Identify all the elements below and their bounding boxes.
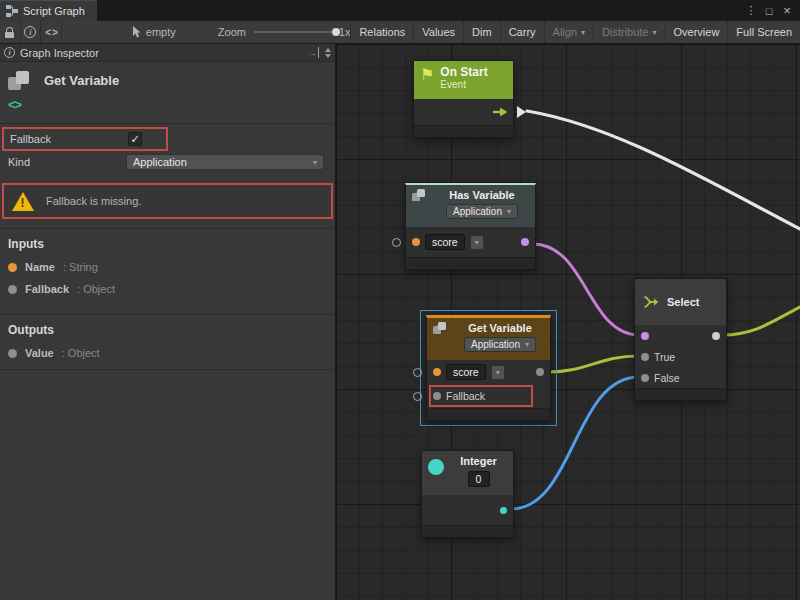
wire-select-output bbox=[723, 306, 800, 335]
scroll-arrows-icon[interactable] bbox=[325, 48, 331, 58]
output-port-row: Value : Object bbox=[8, 347, 327, 359]
values-button[interactable]: Values bbox=[413, 21, 463, 43]
variable-picker[interactable]: ▾ bbox=[470, 235, 484, 250]
inspector-title: Graph Inspector bbox=[20, 47, 99, 59]
on-start-header: ⚑ On Start Event bbox=[414, 61, 513, 99]
lock-icon bbox=[5, 27, 14, 38]
window-controls: ⋮ □ × bbox=[742, 0, 800, 21]
condition-port[interactable] bbox=[641, 332, 649, 340]
node-has-variable[interactable]: <> Has Variable Application ▾ score ▾ bbox=[405, 183, 536, 270]
node-on-start[interactable]: ⚑ On Start Event bbox=[413, 60, 514, 138]
variable-name-field[interactable]: score bbox=[446, 364, 486, 380]
bool-output-port[interactable] bbox=[521, 238, 529, 246]
get-variable-fallback-row: Fallback bbox=[427, 384, 550, 408]
name-port[interactable] bbox=[412, 238, 420, 246]
full-screen-button[interactable]: Full Screen bbox=[727, 21, 800, 43]
name-outer-port[interactable] bbox=[413, 368, 422, 377]
warning-message: Fallback is missing. bbox=[46, 195, 141, 207]
object-port-icon bbox=[8, 285, 17, 294]
check-icon: ✓ bbox=[130, 133, 139, 146]
node-integer[interactable]: Integer 0 bbox=[421, 450, 514, 538]
integer-output-port[interactable] bbox=[500, 507, 507, 514]
variable-picker[interactable]: ▾ bbox=[491, 365, 505, 380]
fallback-outer-port[interactable] bbox=[413, 392, 422, 401]
relations-button[interactable]: Relations bbox=[350, 21, 413, 43]
graph-breadcrumb[interactable]: empty bbox=[132, 26, 176, 38]
fallback-annotation-highlight: Fallback ✓ bbox=[2, 127, 168, 151]
kind-dropdown-value: Application bbox=[133, 156, 187, 168]
dock-icon[interactable]: → bbox=[307, 47, 319, 58]
integer-value-field[interactable]: 0 bbox=[468, 471, 490, 487]
maximize-icon[interactable]: □ bbox=[760, 5, 778, 17]
inspected-node-header: <> Get Variable bbox=[0, 62, 335, 124]
align-button[interactable]: Align▾ bbox=[544, 21, 593, 43]
wire-getvariable-to-true bbox=[548, 356, 639, 372]
warning-annotation-highlight: Fallback is missing. bbox=[2, 183, 333, 219]
has-variable-name-row: score ▾ bbox=[406, 227, 535, 257]
true-port[interactable] bbox=[641, 353, 649, 361]
info-icon: i bbox=[24, 26, 36, 38]
input-port-row: Fallback : Object bbox=[8, 283, 327, 295]
carry-button[interactable]: Carry bbox=[500, 21, 544, 43]
zoom-slider[interactable] bbox=[254, 26, 333, 38]
code-icon: < > bbox=[45, 27, 56, 38]
chevron-down-icon: ▾ bbox=[496, 368, 500, 377]
slider-track bbox=[254, 31, 333, 33]
lock-button[interactable] bbox=[0, 21, 20, 43]
separator bbox=[61, 21, 62, 43]
fallback-checkbox[interactable]: ✓ bbox=[128, 132, 142, 146]
tab-script-graph[interactable]: Script Graph bbox=[0, 0, 97, 21]
node-get-variable[interactable]: <> Get Variable Application ▾ score ▾ bbox=[426, 315, 551, 421]
chevron-down-icon: ▾ bbox=[653, 28, 657, 37]
window-titlebar: Script Graph ⋮ □ × bbox=[0, 0, 800, 21]
info-icon: i bbox=[4, 47, 15, 58]
close-icon[interactable]: × bbox=[778, 3, 796, 18]
get-variable-header: <> Get Variable Application ▾ bbox=[427, 318, 550, 360]
scope-dropdown[interactable]: Application ▾ bbox=[446, 204, 518, 219]
graph-inspector-panel: i Graph Inspector → <> Get Variable Fall… bbox=[0, 44, 336, 600]
selection-output-port[interactable] bbox=[712, 332, 720, 340]
flow-output-port[interactable] bbox=[517, 106, 526, 118]
code-view-button[interactable]: < > bbox=[41, 21, 61, 43]
zoom-value: 1x bbox=[339, 26, 351, 38]
integer-icon bbox=[428, 459, 444, 475]
unity-script-graph-window: Script Graph ⋮ □ × i < > empty Zoom bbox=[0, 0, 800, 600]
kind-field-label: Kind bbox=[8, 156, 126, 168]
inspector-toggle-button[interactable]: i bbox=[21, 21, 41, 43]
kind-field-row: Kind Application ▾ bbox=[0, 151, 335, 170]
window-menu-icon[interactable]: ⋮ bbox=[742, 4, 760, 17]
inputs-header: Inputs bbox=[8, 237, 327, 251]
outputs-header: Outputs bbox=[8, 323, 327, 337]
chevron-down-icon: ▾ bbox=[581, 28, 585, 37]
integer-header: Integer 0 bbox=[422, 451, 513, 495]
graph-name: empty bbox=[146, 26, 176, 38]
value-output-port[interactable] bbox=[536, 368, 544, 376]
variables-icon bbox=[8, 71, 32, 91]
kind-dropdown[interactable]: Application ▾ bbox=[126, 154, 324, 170]
slider-thumb[interactable] bbox=[332, 28, 340, 36]
node-title: Select bbox=[667, 296, 699, 308]
node-select[interactable]: Select True False bbox=[634, 278, 727, 401]
name-port[interactable] bbox=[433, 368, 441, 376]
variable-name-field[interactable]: score bbox=[425, 234, 465, 250]
chevron-down-icon: ▾ bbox=[313, 158, 317, 167]
flow-input-port[interactable] bbox=[392, 238, 401, 247]
node-subtitle: Event bbox=[440, 79, 487, 90]
warning-icon bbox=[12, 192, 34, 211]
toolbar-buttons: Relations Values Dim Carry Align▾ Distri… bbox=[350, 21, 800, 43]
graph-canvas[interactable]: ⚑ On Start Event bbox=[336, 44, 800, 600]
dim-button[interactable]: Dim bbox=[463, 21, 500, 43]
scope-dropdown[interactable]: Application ▾ bbox=[464, 337, 536, 352]
chevron-down-icon: ▾ bbox=[525, 340, 529, 349]
node-title: Has Variable bbox=[449, 189, 514, 201]
false-port[interactable] bbox=[641, 374, 649, 382]
code-brackets-icon: <> bbox=[8, 97, 34, 112]
fallback-field-label: Fallback bbox=[10, 133, 128, 145]
overview-button[interactable]: Overview bbox=[665, 21, 728, 43]
object-port-icon bbox=[8, 349, 17, 358]
inspector-header-bar: i Graph Inspector → bbox=[0, 44, 335, 62]
chevron-down-icon: ▾ bbox=[507, 207, 511, 216]
node-title: On Start bbox=[440, 65, 487, 79]
distribute-button[interactable]: Distribute▾ bbox=[593, 21, 664, 43]
flow-arrow-icon bbox=[492, 107, 508, 117]
